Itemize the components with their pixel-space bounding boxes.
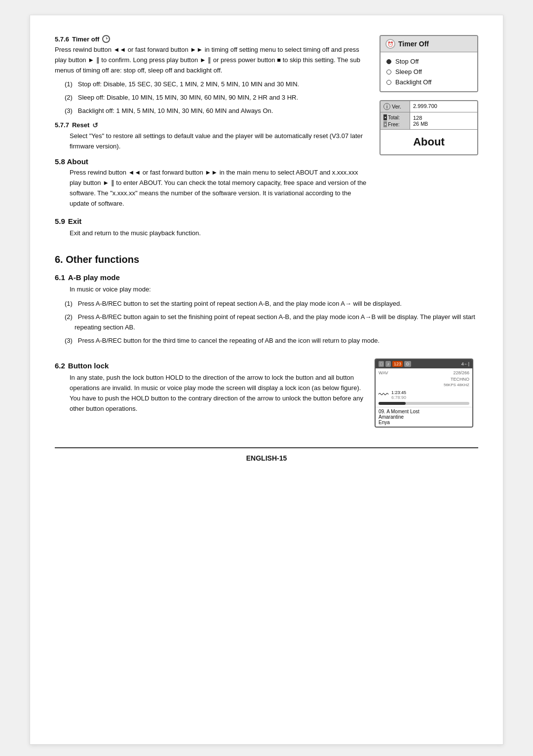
radio-stop (386, 59, 391, 64)
section-577-body: Select "Yes" to restore all settings to … (55, 131, 370, 152)
list-item: Sleep off: Disable, 10 MIN, 15 MIN, 30 M… (65, 93, 370, 103)
section-62-body: In any state, push the lock button HOLD … (55, 373, 365, 414)
subsection-577-header: 5.7.7 Reset ↺ (55, 121, 370, 129)
player-icon-music: ♪ (385, 361, 391, 367)
player-time: 1:23:45 (391, 390, 406, 395)
radio-sleep (386, 70, 391, 74)
player-album: Enya (379, 420, 469, 425)
radio-backlight (386, 80, 391, 85)
section-62-right: □ ♪ 123 ⊙ 4←| WAV 228/266 TECHNO (375, 354, 478, 428)
about-ver-label: i Ver. (381, 101, 410, 112)
player-waveform: 〰 (379, 389, 388, 400)
timer-off-widget: ⏰ Timer Off Stop Off Sleep Off Backlight… (380, 35, 478, 92)
list-item: Press A-B/REC button again to set the fi… (65, 312, 478, 333)
player-waveform-row: 〰 1:23:45 6:78:90 (379, 389, 469, 400)
subsection-576-header: 5.7.6 Timer off (55, 35, 370, 43)
timer-backlight-item: Backlight Off (386, 77, 471, 87)
list-item: Press A-B/REC button for the third time … (65, 336, 478, 346)
section-62-left: 6.2 Button lock In any state, push the l… (55, 354, 365, 428)
timer-off-header: ⏰ Timer Off (381, 36, 477, 52)
player-progress-fill (379, 402, 406, 405)
player-status-bar: □ ♪ 123 ⊙ 4←| (376, 360, 472, 368)
player-genre: TECHNO (379, 377, 469, 382)
section-61-intro: In music or voice play mode: (55, 285, 478, 295)
player-icons-row: □ ♪ 123 ⊙ (379, 361, 411, 367)
player-icon-circle: ⊙ (404, 361, 411, 367)
about-widget: i Ver. 2.999.700 ▪ Total: ▪ (380, 100, 478, 155)
list-item: Press A-B/REC button to set the starting… (65, 299, 478, 309)
memory-icon: ▪ (383, 114, 387, 120)
section-576-list: Stop off: Disable, 15 SEC, 30 SEC, 1 MIN… (55, 79, 370, 116)
timer-off-body: Stop Off Sleep Off Backlight Off (381, 52, 477, 91)
about-title-bar: About (381, 130, 477, 154)
section-62-title: 6.2 Button lock (55, 361, 365, 370)
player-widget: □ ♪ 123 ⊙ 4←| WAV 228/266 TECHNO (375, 359, 473, 428)
page-footer: ENGLISH-15 (55, 447, 478, 462)
player-total: 6:78:90 (391, 395, 406, 400)
player-signal: 4←| (461, 361, 469, 366)
player-track-name: 09. A Moment Lost (379, 409, 469, 414)
player-progress-bar (379, 402, 469, 405)
reset-icon: ↺ (92, 121, 100, 129)
timer-stop-item: Stop Off (386, 56, 471, 67)
section-61-title: 6.1 A-B play mode (55, 273, 478, 282)
info-icon: i (383, 103, 390, 110)
player-progress-row (379, 402, 469, 405)
about-ver-row: i Ver. 2.999.700 (381, 101, 477, 112)
list-item: Backlight off: 1 MIN, 5 MIN, 10 MIN, 30 … (65, 106, 370, 116)
about-memory-row: ▪ Total: ▪ Free: 128 26 MB (381, 112, 477, 130)
section-61-list: Press A-B/REC button to set the starting… (55, 299, 478, 346)
section-62-layout: 6.2 Button lock In any state, push the l… (55, 354, 478, 428)
list-item: Stop off: Disable, 15 SEC, 30 SEC, 1 MIN… (65, 79, 370, 90)
player-bitrate: 56KPS 48KHZ (379, 383, 469, 387)
player-track-area: WAV 228/266 TECHNO 56KPS 48KHZ 〰 1:23:45… (376, 368, 472, 407)
section-58-title: 5.8 About (55, 157, 370, 166)
player-artist: Amarantine (379, 414, 469, 420)
free-icon: ▪ (383, 121, 387, 127)
about-memory-value: 128 26 MB (410, 112, 477, 129)
about-ver-value: 2.999.700 (410, 101, 477, 112)
section-59-title: 5.9 Exit (55, 217, 370, 225)
section-58-body: Press rewind button ◄◄ or fast forward b… (55, 168, 370, 209)
player-bottom-info: 09. A Moment Lost Amarantine Enya (376, 407, 472, 427)
timer-icon: ⏰ (385, 39, 395, 49)
player-icon-num: 123 (392, 361, 403, 367)
player-icon-file: □ (379, 361, 384, 367)
page-container: 5.7.6 Timer off Press rewind button ◄◄ o… (30, 15, 503, 745)
timer-sleep-item: Sleep Off (386, 67, 471, 77)
right-panel: ⏰ Timer Off Stop Off Sleep Off Backlight… (380, 35, 478, 242)
player-file-info: WAV 228/266 (379, 370, 469, 375)
clock-icon (102, 35, 110, 43)
section-6-title: 6. Other functions (55, 254, 478, 265)
section-576-body: Press rewind button ◄◄ or fast forward b… (55, 45, 370, 75)
section-59-body: Exit and return to the music playback fu… (55, 228, 370, 239)
about-memory-label: ▪ Total: ▪ Free: (381, 112, 410, 129)
